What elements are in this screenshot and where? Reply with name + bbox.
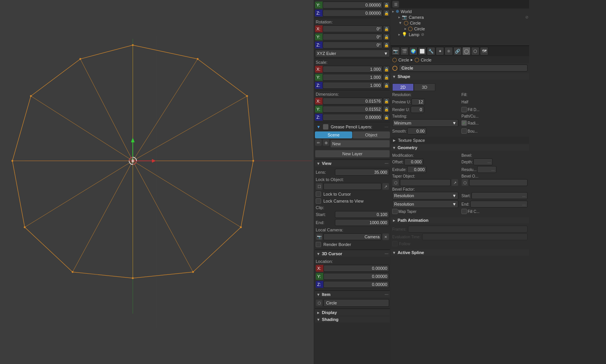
radi-checkbox[interactable]: ✓ <box>461 120 467 126</box>
texture-props-icon[interactable]: 🗺 <box>480 47 488 55</box>
location-z-lock[interactable]: 🔒 <box>383 10 390 17</box>
lamp-restrict2[interactable]: ⊘ <box>421 32 424 37</box>
taper-object-field[interactable] <box>400 179 451 186</box>
gp-add-btn[interactable]: ⊕ <box>323 139 330 146</box>
geom-start-field[interactable]: … <box>471 192 528 199</box>
outliner-item-camera[interactable]: ▸ 📷 Camera ⊘ <box>391 14 529 20</box>
scale-z-field[interactable]: 1.000 <box>323 82 383 89</box>
twisting-dropdown[interactable]: Minimum ▼ <box>392 119 458 127</box>
lock-to-object-icon[interactable]: ☐ <box>316 183 323 190</box>
lens-field[interactable]: 35.000 <box>335 169 389 176</box>
clip-end-field[interactable]: 1000.000 <box>335 219 389 226</box>
outliner-filter[interactable]: ☰ <box>392 1 399 8</box>
item-icon[interactable]: ⬡ <box>316 299 323 306</box>
view-menu[interactable]: ⋯ <box>385 161 388 166</box>
scene-props-icon[interactable]: 🎬 <box>400 47 409 55</box>
shading-section-header[interactable]: ▼ Shading <box>315 316 390 322</box>
item-name-field[interactable]: Circle <box>323 299 389 307</box>
cursor-section-header[interactable]: ▼ 3D Cursor ⋯ <box>315 251 390 257</box>
scale-y-lock[interactable]: 🔒 <box>383 74 390 81</box>
gp-new-btn[interactable]: New <box>330 140 390 148</box>
fill-d-checkbox[interactable] <box>461 107 467 112</box>
rotation-mode-dropdown[interactable]: XYZ Euler ▼ <box>315 50 390 57</box>
lock-to-object-link[interactable]: ↗ <box>382 183 389 190</box>
bevel-o-field[interactable] <box>469 179 528 186</box>
outliner-item-lamp[interactable]: ▸ 💡 Lamp ⊘ <box>391 32 529 37</box>
cursor-y-field[interactable]: 0.00000 <box>323 273 389 280</box>
object-tab[interactable]: Object <box>353 131 390 138</box>
dim-z-lock[interactable]: 🔒 <box>383 114 390 121</box>
scene-tab[interactable]: Scene <box>315 131 352 138</box>
render-props-icon[interactable]: 📷 <box>391 47 400 55</box>
material-props-icon[interactable]: ⬡ <box>471 47 479 55</box>
object-data-name-field[interactable]: Circle <box>399 65 528 71</box>
scale-x-field[interactable]: 1.000 <box>323 66 383 73</box>
resolution-dropdown2[interactable]: Resolution ▼ <box>392 200 458 208</box>
object-props-icon[interactable]: ⬜ <box>418 47 426 55</box>
camera-clear[interactable]: ✕ <box>382 233 389 240</box>
outliner-item-circle-child[interactable]: ▸ ◯ Circle <box>391 26 529 32</box>
modifier-props-icon[interactable]: 🔧 <box>427 47 435 55</box>
render-border-checkbox[interactable] <box>316 242 321 247</box>
lock-camera-checkbox[interactable] <box>316 198 321 204</box>
gp-new-layer-btn[interactable]: New Layer <box>315 150 390 158</box>
geometry-section-header[interactable]: ▼ Geometry <box>391 145 529 151</box>
camera-icon-btn[interactable]: 📷 <box>316 233 323 240</box>
resolu-field[interactable]: … <box>477 166 496 173</box>
dim-x-lock[interactable]: 🔒 <box>383 98 390 105</box>
physics-props-icon[interactable]: ⚛ <box>445 47 453 55</box>
rotation-x-lock[interactable]: 🔒 <box>383 25 390 32</box>
extrude-field[interactable]: 0.000 <box>407 166 426 173</box>
geom-end-field[interactable]: … <box>470 201 528 208</box>
depth-field[interactable]: … <box>473 158 493 165</box>
lock-to-object-field[interactable] <box>323 183 381 190</box>
rotation-y-lock[interactable]: 🔒 <box>383 33 390 40</box>
cursor-menu[interactable]: ⋯ <box>385 252 388 256</box>
taper-object-link[interactable]: ↗ <box>451 179 458 186</box>
tab-3d[interactable]: 3D <box>414 83 435 91</box>
bevel-o-icon[interactable]: ⬡ <box>461 179 468 186</box>
dim-y-field[interactable]: 0.01552 <box>323 106 383 113</box>
view-section-header[interactable]: ▼ View ⋯ <box>315 160 390 166</box>
lock-to-cursor-checkbox[interactable] <box>316 191 321 197</box>
taper-object-icon[interactable]: ⬡ <box>392 179 399 186</box>
fill-caps-checkbox[interactable] <box>461 209 467 214</box>
item-menu[interactable]: ⋯ <box>385 293 388 297</box>
outliner-item-circle[interactable]: ▼ ◯ Circle <box>391 20 529 26</box>
camera-field[interactable]: Camera <box>323 233 381 240</box>
location-y-field[interactable]: 0.00000 <box>323 2 383 8</box>
dim-x-field[interactable]: 0.01576 <box>323 98 383 105</box>
shape-section-header[interactable]: ▼ Shape <box>391 73 529 80</box>
viewport-3d[interactable] <box>0 0 314 364</box>
scale-z-lock[interactable]: 🔒 <box>383 82 390 89</box>
smooth-field[interactable]: 0.00 <box>407 128 426 135</box>
dim-z-field[interactable]: 0.00000 <box>323 114 383 121</box>
gp-pencil-btn[interactable]: ✏ <box>315 139 322 146</box>
cursor-x-field[interactable]: 0.00000 <box>323 265 389 272</box>
rotation-y-field[interactable]: 0° <box>323 33 383 40</box>
tab-2d[interactable]: 2D <box>392 83 414 91</box>
world-props-icon[interactable]: 🌍 <box>409 47 418 55</box>
particles-props-icon[interactable]: ✦ <box>436 47 444 55</box>
clip-start-field[interactable]: 0.100 <box>335 211 389 218</box>
rotation-x-field[interactable]: 0° <box>323 25 383 32</box>
resolution-dropdown1[interactable]: Resolution ▼ <box>392 192 458 199</box>
texture-space-header[interactable]: ► Texture Space <box>391 137 529 144</box>
bou-checkbox[interactable] <box>461 128 467 134</box>
object-data-props-icon[interactable]: ◯ <box>462 47 471 55</box>
location-y-lock[interactable]: 🔒 <box>383 2 390 8</box>
path-anim-section-header[interactable]: ► Path Animation <box>391 217 529 223</box>
camera-restrict[interactable]: ⊘ <box>525 15 528 19</box>
outliner-item-world[interactable]: ▸ ⊕ World <box>391 8 529 14</box>
offset-field[interactable]: 0.000 <box>404 158 423 165</box>
preview-u-field[interactable]: 12 <box>411 98 425 105</box>
constraints-props-icon[interactable]: 🔗 <box>453 47 462 55</box>
display-section-header[interactable]: ► Display <box>315 309 390 316</box>
scale-x-lock[interactable]: 🔒 <box>383 66 390 73</box>
map-taper-checkbox[interactable] <box>392 209 398 214</box>
rotation-z-field[interactable]: 0° <box>323 42 383 48</box>
render-u-field[interactable]: 0 <box>411 106 424 113</box>
item-section-header[interactable]: ▼ Item ⋯ <box>315 291 390 298</box>
scale-y-field[interactable]: 1.000 <box>323 74 383 81</box>
rotation-z-lock[interactable]: 🔒 <box>383 42 390 48</box>
